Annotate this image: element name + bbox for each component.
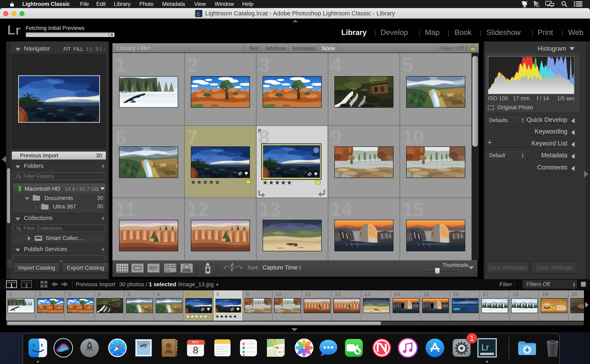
- svg-text:Lr: Lr: [481, 343, 489, 352]
- svg-text:3D: 3D: [278, 351, 282, 354]
- svg-text:NOV: NOV: [192, 341, 199, 344]
- svg-text:CAT: CAT: [197, 14, 200, 17]
- svg-text:8: 8: [193, 345, 198, 356]
